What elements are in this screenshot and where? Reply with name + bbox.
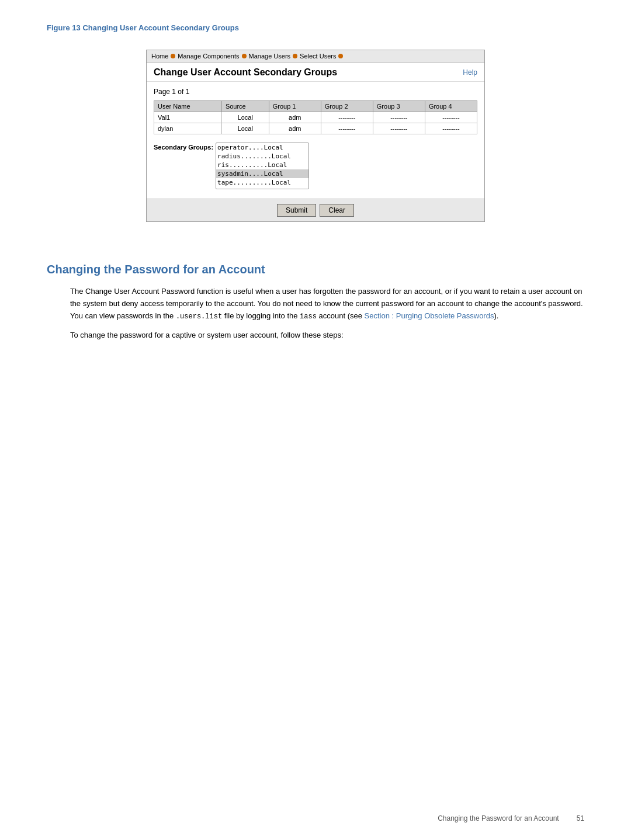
cell-group4: --------	[425, 123, 477, 134]
col-header-username: User Name	[154, 101, 222, 112]
cell-username: Val1	[154, 112, 222, 123]
cell-group1: adm	[269, 123, 321, 134]
breadcrumb-dot-3	[293, 54, 297, 58]
col-header-group3: Group 3	[373, 101, 425, 112]
col-header-group1: Group 1	[269, 101, 321, 112]
cell-group4: --------	[425, 112, 477, 123]
breadcrumb-dot-4	[338, 54, 343, 58]
page-footer: Changing the Password for an Account 51	[438, 814, 584, 822]
breadcrumb-manage-users[interactable]: Manage Users	[249, 53, 291, 60]
breadcrumb-manage-components[interactable]: Manage Components	[178, 53, 239, 60]
col-header-source: Source	[221, 101, 269, 112]
group-option-tape[interactable]: tape..........Local	[216, 178, 308, 187]
footer-label: Changing the Password for an Account	[438, 814, 559, 822]
users-table: User Name Source Group 1 Group 2 Group 3…	[154, 100, 477, 134]
col-header-group4: Group 4	[425, 101, 477, 112]
button-row: Submit Clear	[147, 199, 484, 221]
section-title: Changing the Password for an Account	[47, 257, 584, 276]
ui-box: Home Manage Components Manage Users Sele…	[146, 50, 485, 222]
footer-page-number: 51	[577, 814, 584, 822]
group-option-operator[interactable]: operator....Local	[216, 143, 308, 152]
breadcrumb-dot-1	[171, 54, 175, 58]
section-heading-password: Changing the Password for an Account The…	[47, 257, 584, 342]
link-purging-obsolete-passwords[interactable]: Section : Purging Obsolete Passwords	[365, 311, 494, 320]
figure-caption: Figure 13 Changing User Account Secondar…	[47, 23, 584, 32]
cell-source: Local	[221, 112, 269, 123]
clear-button[interactable]: Clear	[320, 204, 354, 217]
submit-button[interactable]: Submit	[277, 204, 316, 217]
cell-group1: adm	[269, 112, 321, 123]
secondary-groups-select[interactable]: operator....Local radius........Local ri…	[216, 143, 309, 189]
cell-group3: --------	[373, 123, 425, 134]
section-paragraph-2: To change the password for a captive or …	[70, 329, 584, 342]
group-option-sysadmin[interactable]: sysadmin....Local	[216, 169, 308, 178]
help-link[interactable]: Help	[463, 68, 477, 77]
cell-group2: --------	[321, 112, 373, 123]
group-option-ris[interactable]: ris..........Local	[216, 161, 308, 169]
breadcrumb-dot-2	[242, 54, 247, 58]
table-row: dylan Local adm -------- -------- ------…	[154, 123, 477, 134]
table-row: Val1 Local adm -------- -------- -------…	[154, 112, 477, 123]
page-title: Change User Account Secondary Groups	[154, 67, 337, 78]
cell-group2: --------	[321, 123, 373, 134]
page-header: Change User Account Secondary Groups Hel…	[147, 63, 484, 82]
breadcrumb-bar: Home Manage Components Manage Users Sele…	[147, 50, 484, 63]
col-header-group2: Group 2	[321, 101, 373, 112]
group-option-radius[interactable]: radius........Local	[216, 152, 308, 161]
page-info: Page 1 of 1	[154, 88, 477, 96]
section-paragraph-1: The Change User Account Password functio…	[70, 286, 584, 322]
cell-group3: --------	[373, 112, 425, 123]
breadcrumb-select-users[interactable]: Select Users	[300, 53, 336, 60]
cell-username: dylan	[154, 123, 222, 134]
cell-source: Local	[221, 123, 269, 134]
secondary-groups-label: Secondary Groups:	[154, 143, 213, 151]
code-users-list: .users.list	[176, 313, 222, 321]
secondary-groups-row: Secondary Groups: operator....Local radi…	[154, 139, 477, 193]
code-iass: iass	[300, 313, 317, 321]
main-content: Page 1 of 1 User Name Source Group 1 Gro…	[147, 82, 484, 199]
breadcrumb-home[interactable]: Home	[151, 53, 168, 60]
